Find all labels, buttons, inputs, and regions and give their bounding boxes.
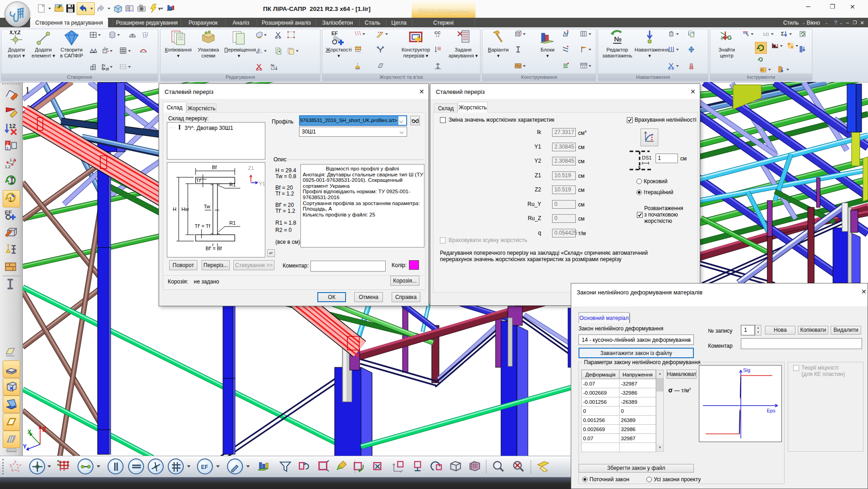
svg-text:Hw: Hw (181, 206, 189, 212)
svg-text:Tf' = Tf: Tf' = Tf (195, 223, 211, 229)
svg-text:Y1: Y1 (259, 181, 265, 186)
svg-text:6: 6 (6, 146, 9, 150)
svg-text:G: G (727, 34, 732, 41)
svg-text:Z: Z (42, 426, 46, 433)
svg-text:C: C (761, 68, 764, 72)
svg-text:12): 12) (763, 31, 769, 36)
svg-text:1.2: 1.2 (5, 165, 11, 169)
svg-text:X,Y,Z: X,Y,Z (10, 30, 21, 35)
svg-text:12: 12 (9, 123, 16, 129)
svg-text:Bf' = Bf: Bf' = Bf (206, 246, 222, 251)
svg-text:X: X (27, 428, 31, 435)
svg-text:Z1: Z1 (248, 165, 254, 171)
svg-text:Y: Y (23, 443, 27, 450)
svg-text:H: H (173, 206, 176, 212)
svg-text:Tf: Tf (196, 178, 201, 183)
svg-text:EF: EF (331, 31, 338, 36)
svg-text:Eps: Eps (767, 408, 775, 413)
svg-text:№: № (614, 35, 622, 43)
svg-text:1: 1 (9, 196, 12, 203)
svg-text:Σ: Σ (781, 31, 784, 36)
svg-text:Bf: Bf (212, 165, 217, 170)
svg-text:R1: R1 (229, 182, 236, 187)
svg-text:R1: R1 (229, 220, 236, 226)
svg-text:Z=: Z= (102, 64, 105, 67)
svg-text:f(x,y): f(x,y) (102, 67, 109, 71)
svg-text:2: 2 (6, 142, 9, 146)
svg-text:Tw: Tw (204, 204, 210, 209)
svg-text:DS1: DS1 (642, 155, 651, 160)
svg-text:Sig: Sig (743, 367, 750, 373)
svg-text:1: 1 (25, 85, 30, 96)
svg-text:1 2: 1 2 (436, 35, 439, 37)
svg-text:EF: EF (201, 464, 208, 470)
